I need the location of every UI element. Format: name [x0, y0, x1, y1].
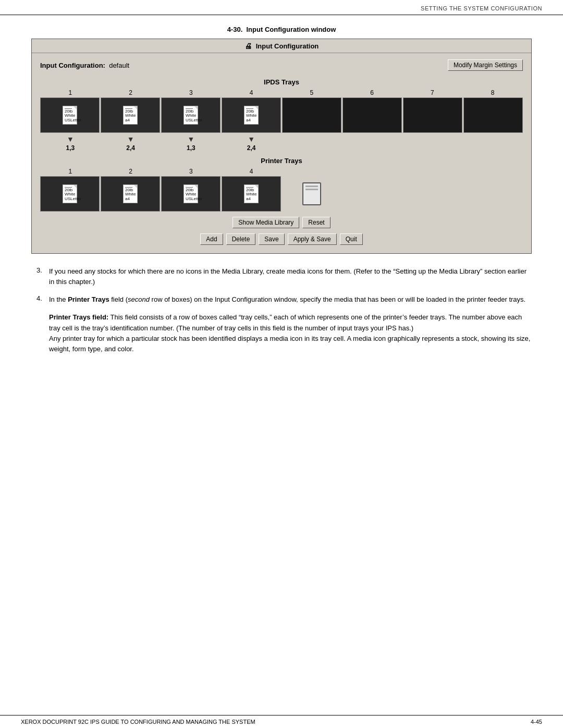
footer-right: 4-45: [531, 719, 542, 725]
subpara-1-bold: Printer Trays field:: [49, 313, 108, 321]
item-4-italic: second: [128, 295, 150, 303]
config-label: Input Configuration: default: [40, 61, 129, 69]
printer-media-icon-1: 20lbWhiteUSLetter: [63, 184, 77, 203]
ipds-num-4: 4: [221, 89, 282, 96]
apply-save-button[interactable]: Apply & Save: [288, 233, 337, 245]
plain-para-2: Any printer tray for which a particular …: [31, 334, 532, 354]
printer-num-5: [282, 168, 342, 175]
media-text-2: 20lbWhitea4: [125, 109, 136, 123]
clip-2: [125, 108, 132, 109]
ipds-assign-4: 2,4: [221, 144, 282, 152]
item-4-post: row of boxes) on the Input Configuration…: [150, 295, 525, 303]
stacker-icon: [302, 182, 321, 205]
printer-tray-numbers: 1 2 3 4: [40, 168, 523, 175]
media-text-4: 20lbWhitea4: [246, 109, 256, 123]
item-3-content: If you need any stocks for which there a…: [49, 267, 527, 286]
printer-tray-cell-1[interactable]: 20lbWhiteUSLetter: [40, 176, 100, 212]
ipds-arrow-6: [342, 135, 402, 143]
printer-num-pad2: [402, 168, 463, 175]
ipds-tray-cell-4[interactable]: 20lbWhitea4: [222, 97, 281, 133]
printer-tray-cell-2[interactable]: 20lbWhitea4: [101, 176, 160, 212]
ipds-tray-cell-1[interactable]: 20lbWhiteUSLetter: [40, 97, 100, 133]
show-media-library-button[interactable]: Show Media Library: [232, 217, 299, 228]
add-button[interactable]: Add: [200, 233, 223, 245]
ipds-tray-cell-6[interactable]: [342, 97, 402, 133]
subpara-1-text: This field consists of a row of boxes ca…: [49, 313, 522, 331]
ipds-tray-cells: 20lbWhiteUSLetter 20lbWhitea4: [40, 97, 523, 133]
printer-num-pad3: [462, 168, 523, 175]
printer-num-3: 3: [161, 168, 222, 175]
ipds-assign-3: 1,3: [161, 144, 222, 152]
media-text-3: 20lbWhiteUSLetter: [186, 109, 196, 123]
ipds-assign-5: [282, 144, 342, 152]
printer-clip-1: [65, 187, 72, 188]
quit-button[interactable]: Quit: [340, 233, 363, 245]
media-library-row: Show Media Library Reset: [40, 217, 523, 228]
page-content: 4-30. Input Configuration window 🖨 Input…: [0, 15, 563, 372]
printer-num-pad1: [342, 168, 402, 175]
page-header: SETTING THE SYSTEM CONFIGURATION: [0, 0, 563, 15]
paper-icon-2: 20lbWhitea4: [123, 106, 138, 125]
modify-margin-button[interactable]: Modify Margin Settings: [448, 59, 523, 71]
ipds-arrow-7: [402, 135, 463, 143]
paper-icon-3: 20lbWhiteUSLetter: [183, 106, 198, 125]
item-4-bold: Printer Trays: [68, 295, 109, 303]
ipds-num-8: 8: [462, 89, 523, 96]
printer-paper-icon-1: 20lbWhiteUSLetter: [63, 184, 77, 203]
window-title: Input Configuration: [256, 42, 319, 50]
ipds-arrow-3: ▼: [161, 135, 222, 143]
ipds-tray-cell-2[interactable]: 20lbWhitea4: [101, 97, 160, 133]
header-title: SETTING THE SYSTEM CONFIGURATION: [421, 5, 542, 11]
printer-tray-cells: 20lbWhiteUSLetter 20lbWhitea4: [40, 176, 523, 212]
ipds-tray-cell-8[interactable]: [463, 97, 523, 133]
ipds-assign-1: 1,3: [40, 144, 101, 152]
ipds-arrow-8: [462, 135, 523, 143]
printer-clip-4: [246, 187, 253, 188]
ipds-tray-cell-7[interactable]: [403, 97, 462, 133]
ipds-tray-area: IPDS Trays 1 2 3 4 5 6 7 8: [40, 78, 523, 152]
para-2-text: Any printer tray for which a particular …: [49, 335, 530, 353]
window-titlebar: 🖨 Input Configuration: [32, 39, 531, 53]
printer-tray-area: Printer Trays 1 2 3 4: [40, 157, 523, 212]
printer-num-4: 4: [221, 168, 282, 175]
printer-clip-2: [125, 187, 132, 188]
item-4-number: 4.: [36, 294, 49, 305]
item-4-mid: field (: [109, 295, 128, 303]
reset-button[interactable]: Reset: [302, 217, 330, 228]
printer-media-text-4: 20lbWhitea4: [246, 188, 256, 202]
ipds-arrow-1: ▼: [40, 135, 101, 143]
ipds-media-icon-3: 20lbWhiteUSLetter: [183, 106, 198, 125]
clip-1: [65, 108, 72, 109]
item-3-text: If you need any stocks for which there a…: [49, 266, 532, 287]
ipds-assign-7: [402, 144, 463, 152]
delete-button[interactable]: Delete: [226, 233, 256, 245]
printer-media-text-2: 20lbWhitea4: [125, 188, 136, 202]
ipds-media-icon-4: 20lbWhitea4: [244, 106, 259, 125]
save-button[interactable]: Save: [259, 233, 284, 245]
body-item-4: 4. In the Printer Trays field (second ro…: [31, 294, 532, 305]
ipds-media-icon-2: 20lbWhitea4: [123, 106, 138, 125]
printer-stacker-cell[interactable]: [282, 176, 341, 212]
item-4-pre: In the: [49, 295, 68, 303]
ipds-section-title: IPDS Trays: [40, 78, 523, 86]
ipds-tray-cell-5[interactable]: [282, 97, 341, 133]
config-value: default: [109, 61, 129, 69]
ipds-tray-cell-3[interactable]: 20lbWhiteUSLetter: [161, 97, 221, 133]
ipds-assign-8: [462, 144, 523, 152]
clip-3: [186, 108, 193, 109]
config-top-row: Input Configuration: default Modify Marg…: [40, 59, 523, 71]
printer-media-icon-4: 20lbWhitea4: [244, 184, 259, 203]
ipds-arrow-5: [282, 135, 342, 143]
printer-section-title: Printer Trays: [40, 157, 523, 165]
printer-media-text-1: 20lbWhiteUSLetter: [65, 188, 75, 202]
paper-icon-1: 20lbWhiteUSLetter: [63, 106, 77, 125]
printer-tray-cell-4[interactable]: 20lbWhitea4: [222, 176, 281, 212]
page-footer: XEROX DOCUPRINT 92C IPS GUIDE TO CONFIGU…: [0, 715, 563, 728]
media-text-1: 20lbWhiteUSLetter: [65, 109, 75, 123]
ipds-assign-6: [342, 144, 402, 152]
paper-icon-4: 20lbWhitea4: [244, 106, 259, 125]
ipds-assign-2: 2,4: [101, 144, 161, 152]
figure-title: 4-30. Input Configuration window: [31, 26, 532, 33]
ipds-arrow-4: ▼: [221, 135, 282, 143]
printer-tray-cell-3[interactable]: 20lbWhiteUSLetter: [161, 176, 221, 212]
